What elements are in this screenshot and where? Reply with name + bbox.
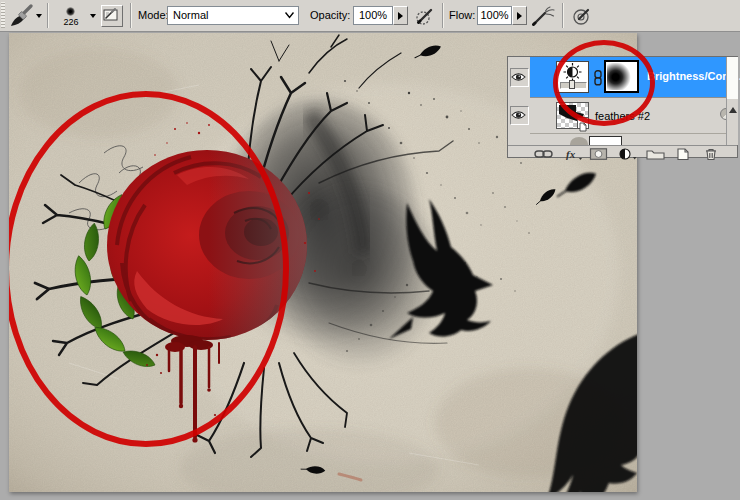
options-bar-grip[interactable] — [1, 2, 5, 28]
svg-text:fx: fx — [566, 148, 576, 160]
layer-styles-button[interactable]: fx — [565, 146, 585, 158]
flow-slider-button[interactable] — [512, 6, 527, 25]
new-group-button[interactable] — [646, 146, 665, 158]
options-bar: 226 Mode: Normal Opacity: 100% — [0, 0, 740, 32]
mode-value: Normal — [173, 9, 208, 21]
opacity-label: Opacity: — [310, 0, 350, 31]
new-adjustment-layer-button[interactable] — [618, 146, 638, 158]
scroll-up-icon[interactable] — [729, 107, 737, 113]
annotation-ellipse-mask — [553, 40, 655, 126]
chevron-down-icon — [285, 12, 294, 19]
tool-preset-arrow-icon[interactable] — [36, 14, 42, 18]
opacity-input[interactable]: 100% — [353, 6, 393, 25]
right-arrow-icon — [398, 12, 403, 20]
eye-icon — [511, 109, 526, 121]
separator — [47, 3, 48, 28]
scrollbar-thumb[interactable] — [727, 57, 738, 99]
new-layer-button[interactable] — [675, 146, 691, 158]
opacity-slider-button[interactable] — [393, 6, 408, 25]
layer-visibility-toggle[interactable] — [510, 106, 529, 125]
layers-scrollbar[interactable] — [726, 57, 738, 145]
separator — [442, 3, 443, 28]
brush-tool-icon[interactable] — [8, 4, 34, 28]
flow-input[interactable]: 100% — [477, 6, 512, 25]
add-layer-mask-button[interactable] — [589, 146, 609, 158]
delete-layer-button[interactable] — [704, 146, 718, 158]
airbrush-toggle-icon[interactable] — [532, 5, 556, 27]
brushes-palette-icon — [102, 6, 120, 24]
visibility-column — [508, 57, 531, 145]
brush-tip-preview-icon[interactable] — [66, 7, 75, 16]
layers-panel-toolbar: fx — [508, 145, 737, 157]
flow-label: Flow: — [449, 0, 475, 31]
eye-icon — [511, 71, 526, 83]
separator — [130, 3, 131, 28]
layer-visibility-toggle[interactable] — [510, 68, 529, 87]
brush-preset-arrow-icon[interactable] — [90, 14, 96, 18]
tablet-size-pressure-icon[interactable] — [571, 5, 593, 27]
photoshop-window: 226 Mode: Normal Opacity: 100% — [0, 0, 740, 500]
separator — [562, 3, 563, 28]
brush-size-value[interactable]: 226 — [56, 17, 86, 27]
mode-select[interactable]: Normal — [167, 6, 299, 25]
mode-label: Mode: — [138, 0, 169, 31]
right-arrow-icon — [517, 12, 522, 20]
toggle-brushes-palette-button[interactable] — [101, 5, 123, 27]
link-layers-button[interactable] — [534, 146, 554, 158]
tablet-opacity-pressure-icon[interactable] — [414, 5, 436, 27]
